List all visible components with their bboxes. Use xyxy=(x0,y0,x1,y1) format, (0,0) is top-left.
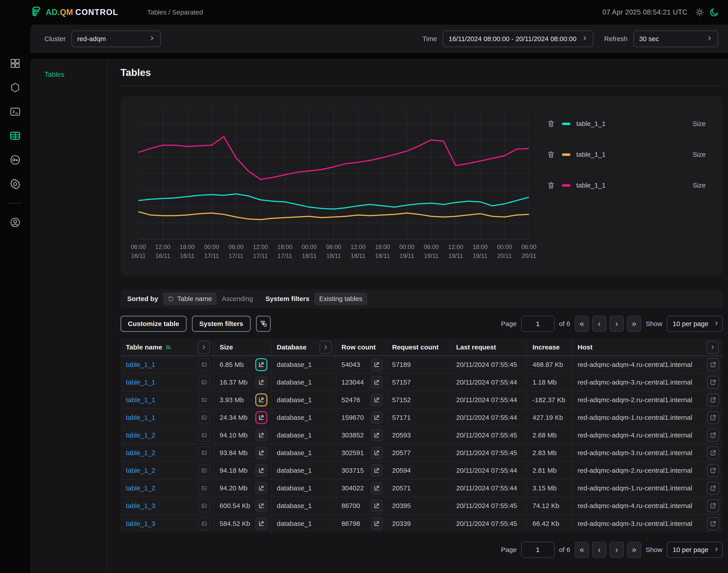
table-name-link[interactable]: table_1_2 xyxy=(126,449,155,457)
column-header-increase[interactable]: Increase xyxy=(527,339,572,356)
open-terminal-button[interactable] xyxy=(198,394,210,406)
host-external-link-button[interactable] xyxy=(707,447,719,459)
size-chart-toggle-button[interactable] xyxy=(255,358,267,371)
column-header-row-count[interactable]: Row count xyxy=(336,339,387,356)
host-external-link-button[interactable] xyxy=(707,394,719,406)
open-terminal-button[interactable] xyxy=(198,499,210,512)
size-chart-toggle-button[interactable] xyxy=(255,429,267,442)
per-page-select[interactable]: 10 per page xyxy=(667,542,723,558)
cluster-select[interactable]: red-adqm xyxy=(71,31,161,47)
column-header-host[interactable]: Host xyxy=(572,339,723,356)
size-chart-toggle-button[interactable] xyxy=(255,376,267,389)
tables-icon[interactable] xyxy=(9,129,22,142)
open-terminal-button[interactable] xyxy=(198,447,210,459)
row-count-chart-toggle-button[interactable] xyxy=(371,499,383,512)
last-page-button[interactable]: » xyxy=(627,316,641,332)
row-count-chart-toggle-button[interactable] xyxy=(371,394,383,406)
open-terminal-button[interactable] xyxy=(198,482,210,494)
host-external-link-button[interactable] xyxy=(707,429,719,442)
first-page-button[interactable]: « xyxy=(575,316,589,332)
table-name-link[interactable]: table_1_1 xyxy=(126,414,155,421)
hexagon-nodes-icon[interactable] xyxy=(9,81,22,94)
open-terminal-button[interactable] xyxy=(198,358,210,371)
row-count-chart-toggle-button[interactable] xyxy=(371,358,383,371)
row-count-chart-toggle-button[interactable] xyxy=(371,376,383,389)
tick-time: 06:00 xyxy=(229,244,244,250)
row-count-chart-toggle-button[interactable] xyxy=(371,482,383,494)
row-count-chart-toggle-button[interactable] xyxy=(371,517,383,530)
table-name-link[interactable]: table_1_1 xyxy=(126,361,155,368)
row-count-chart-toggle-button[interactable] xyxy=(371,464,383,477)
size-chart-toggle-button[interactable] xyxy=(255,464,267,477)
size-chart-toggle-button[interactable] xyxy=(255,447,267,459)
size-chart-toggle-button[interactable] xyxy=(255,499,267,512)
dashboard-grid-icon[interactable] xyxy=(9,57,22,70)
host-external-link-button[interactable] xyxy=(707,376,719,389)
column-header-request-count[interactable]: Request count xyxy=(387,339,451,356)
host-column-menu-button[interactable] xyxy=(707,341,719,354)
per-page-select[interactable]: 10 per page xyxy=(667,316,723,332)
column-header-size[interactable]: Size xyxy=(214,339,271,356)
size-chart-toggle-button[interactable] xyxy=(255,517,267,530)
table-name-link[interactable]: table_1_1 xyxy=(126,378,155,386)
column-header-table-name[interactable]: Table name xyxy=(120,339,214,356)
table-name-link[interactable]: table_1_2 xyxy=(126,484,155,492)
open-terminal-button[interactable] xyxy=(198,411,210,424)
table-name-link[interactable]: table_1_2 xyxy=(126,467,155,474)
host-external-link-button[interactable] xyxy=(707,358,719,371)
light-theme-sun-icon[interactable] xyxy=(695,8,704,17)
tick-time: 18:00 xyxy=(277,244,292,250)
access-key-icon[interactable] xyxy=(9,153,22,166)
remove-series-trash-icon[interactable] xyxy=(547,150,555,159)
dark-theme-moon-icon[interactable] xyxy=(709,7,719,17)
prev-page-button[interactable]: ‹ xyxy=(592,316,606,332)
row-count-chart-toggle-button[interactable] xyxy=(371,411,383,424)
remove-series-trash-icon[interactable] xyxy=(547,119,555,128)
next-page-button[interactable]: › xyxy=(610,542,624,558)
table-name-link[interactable]: table_1_3 xyxy=(126,502,155,510)
main-content: Tables 06:0016/1112:0016/1118:0016/1100:… xyxy=(107,58,728,573)
settings-gear-icon[interactable] xyxy=(9,177,22,191)
page-number-input[interactable] xyxy=(521,542,555,558)
customize-table-button[interactable]: Customize table xyxy=(120,316,186,332)
time-range-select[interactable]: 16/11/2024 08:00:00 - 20/11/2024 08:00:0… xyxy=(443,31,594,47)
host-external-link-button[interactable] xyxy=(707,499,719,512)
host-external-link-button[interactable] xyxy=(707,411,719,424)
table-name-link[interactable]: table_1_1 xyxy=(126,396,155,404)
host-external-link-button[interactable] xyxy=(707,482,719,494)
database-column-menu-button[interactable] xyxy=(320,341,332,354)
terminal-icon[interactable] xyxy=(9,105,22,118)
row-count-chart-toggle-button[interactable] xyxy=(371,447,383,459)
system-filters-button[interactable]: System filters xyxy=(192,316,250,332)
first-page-button[interactable]: « xyxy=(575,542,589,558)
column-header-last-request[interactable]: Last request xyxy=(451,339,527,356)
open-terminal-button[interactable] xyxy=(198,464,210,477)
open-terminal-button[interactable] xyxy=(198,429,210,442)
cell-row-count: 304022 xyxy=(336,479,387,497)
open-terminal-button[interactable] xyxy=(198,376,210,389)
refresh-select[interactable]: 30 sec xyxy=(633,31,718,47)
remove-series-trash-icon[interactable] xyxy=(547,181,555,190)
row-count-chart-toggle-button[interactable] xyxy=(371,429,383,442)
page-number-input[interactable] xyxy=(521,316,555,332)
table-name-column-menu-button[interactable] xyxy=(198,341,210,354)
next-page-button[interactable]: › xyxy=(610,316,624,332)
column-header-database[interactable]: Database xyxy=(271,339,336,356)
host-external-link-button[interactable] xyxy=(707,517,719,530)
sort-chip[interactable]: Table name xyxy=(163,292,217,305)
sort-direction[interactable]: Ascending xyxy=(222,295,253,303)
last-page-button[interactable]: » xyxy=(627,542,641,558)
table-name-link[interactable]: table_1_2 xyxy=(126,431,155,439)
host-external-link-button[interactable] xyxy=(707,464,719,477)
user-profile-icon[interactable] xyxy=(9,216,22,229)
table-name-link[interactable]: table_1_3 xyxy=(126,520,155,527)
open-terminal-button[interactable] xyxy=(198,517,210,530)
sidebar-item-tables[interactable]: Tables xyxy=(44,70,107,79)
prev-page-button[interactable]: ‹ xyxy=(592,542,606,558)
size-chart-toggle-button[interactable] xyxy=(255,411,267,424)
size-chart-toggle-button[interactable] xyxy=(255,394,267,406)
reset-filters-button[interactable] xyxy=(256,316,271,332)
existing-tables-chip[interactable]: Existing tables xyxy=(314,292,367,305)
size-chart-toggle-button[interactable] xyxy=(255,482,267,494)
row-count-value: 86700 xyxy=(341,502,360,510)
